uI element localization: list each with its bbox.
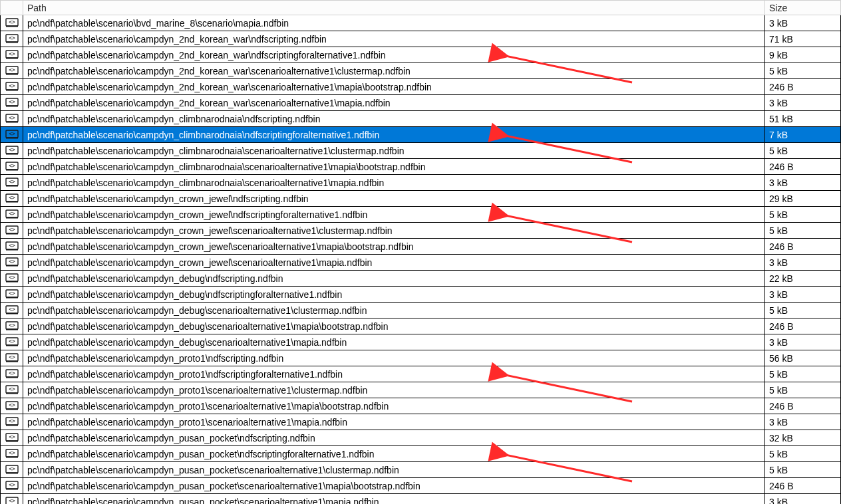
column-header-size[interactable]: Size (765, 1, 841, 15)
svg-rect-52 (6, 297, 18, 299)
svg-rect-49 (6, 281, 18, 283)
table-row[interactable]: <> pc\ndf\patchable\scenario\campdyn_2nd… (1, 95, 841, 111)
binary-file-icon: <> (5, 49, 19, 59)
table-row[interactable]: <> pc\ndf\patchable\scenario\campdyn_cli… (1, 143, 841, 159)
row-icon-cell: <> (1, 127, 23, 143)
row-icon-cell: <> (1, 111, 23, 127)
table-row[interactable]: <> pc\ndf\patchable\scenario\campdyn_deb… (1, 318, 841, 334)
table-row[interactable]: <> pc\ndf\patchable\scenario\campdyn_deb… (1, 287, 841, 303)
row-icon-cell: <> (1, 334, 23, 350)
binary-file-icon: <> (5, 256, 19, 267)
table-row[interactable]: <> pc\ndf\patchable\scenario\campdyn_2nd… (1, 31, 841, 47)
svg-rect-61 (6, 345, 18, 346)
row-path: pc\ndf\patchable\scenario\campdyn_climbn… (23, 111, 765, 127)
row-icon-cell: <> (1, 47, 23, 63)
table-row[interactable]: <> pc\ndf\patchable\scenario\campdyn_cro… (1, 255, 841, 271)
row-path: pc\ndf\patchable\scenario\campdyn_proto1… (23, 350, 765, 366)
row-path: pc\ndf\patchable\scenario\campdyn_crown_… (23, 239, 765, 255)
svg-text:<>: <> (9, 195, 15, 201)
table-row[interactable]: <> pc\ndf\patchable\scenario\campdyn_cro… (1, 207, 841, 223)
row-size: 56 kB (765, 350, 841, 366)
svg-rect-22 (6, 138, 18, 139)
table-row[interactable]: <> pc\ndf\patchable\scenario\campdyn_pro… (1, 366, 841, 382)
table-row[interactable]: <> pc\ndf\patchable\scenario\campdyn_pus… (1, 446, 841, 462)
row-icon-cell: <> (1, 31, 23, 47)
table-row[interactable]: <> pc\ndf\patchable\scenario\campdyn_pro… (1, 398, 841, 414)
table-row[interactable]: <> pc\ndf\patchable\scenario\campdyn_pus… (1, 430, 841, 446)
table-row[interactable]: <> pc\ndf\patchable\scenario\campdyn_pus… (1, 478, 841, 494)
binary-file-icon: <> (5, 463, 19, 474)
row-path: pc\ndf\patchable\scenario\campdyn_debug\… (23, 303, 765, 318)
svg-rect-79 (6, 441, 18, 442)
table-row[interactable]: <> pc\ndf\patchable\scenario\campdyn_cli… (1, 159, 841, 175)
binary-file-icon: <> (5, 352, 19, 362)
row-icon-cell: <> (1, 350, 23, 366)
row-size: 5 kB (765, 446, 841, 462)
svg-rect-37 (6, 217, 18, 219)
row-size: 246 B (765, 318, 841, 334)
table-row[interactable]: <> pc\ndf\patchable\scenario\campdyn_2nd… (1, 47, 841, 63)
svg-rect-76 (6, 425, 18, 426)
table-row[interactable]: <> pc\ndf\patchable\scenario\campdyn_cro… (1, 223, 841, 239)
column-header-icon[interactable] (1, 1, 23, 15)
svg-rect-31 (6, 186, 18, 187)
svg-text:<>: <> (9, 99, 15, 105)
table-row[interactable]: <> pc\ndf\patchable\scenario\campdyn_cli… (1, 111, 841, 127)
table-row[interactable]: <> pc\ndf\patchable\scenario\campdyn_cro… (1, 239, 841, 255)
row-icon-cell: <> (1, 398, 23, 414)
svg-text:<>: <> (9, 275, 15, 281)
row-size: 3 kB (765, 255, 841, 271)
row-icon-cell: <> (1, 15, 23, 31)
binary-file-icon: <> (5, 240, 19, 251)
row-path: pc\ndf\patchable\scenario\campdyn_proto1… (23, 366, 765, 382)
file-table[interactable]: Path Size <> pc\ndf\patchable\scenario\b… (0, 0, 841, 504)
table-row[interactable]: <> pc\ndf\patchable\scenario\campdyn_pus… (1, 494, 841, 505)
svg-text:<>: <> (9, 243, 15, 249)
row-size: 5 kB (765, 207, 841, 223)
row-icon-cell: <> (1, 63, 23, 79)
table-row[interactable]: <> pc\ndf\patchable\scenario\campdyn_2nd… (1, 79, 841, 95)
table-row[interactable]: <> pc\ndf\patchable\scenario\campdyn_pro… (1, 382, 841, 398)
svg-rect-70 (6, 393, 18, 394)
row-icon-cell: <> (1, 207, 23, 223)
table-row[interactable]: <> pc\ndf\patchable\scenario\campdyn_cli… (1, 127, 841, 143)
row-icon-cell: <> (1, 318, 23, 334)
row-size: 246 B (765, 159, 841, 175)
svg-text:<>: <> (9, 307, 15, 313)
svg-text:<>: <> (9, 498, 15, 504)
row-icon-cell: <> (1, 414, 23, 430)
row-size: 246 B (765, 79, 841, 95)
row-icon-cell: <> (1, 462, 23, 478)
row-size: 5 kB (765, 366, 841, 382)
binary-file-icon: <> (5, 144, 19, 155)
svg-rect-55 (6, 313, 18, 315)
row-path: pc\ndf\patchable\scenario\campdyn_pusan_… (23, 446, 765, 462)
table-row[interactable]: <> pc\ndf\patchable\scenario\campdyn_deb… (1, 334, 841, 350)
binary-file-icon: <> (5, 495, 19, 504)
svg-rect-16 (6, 106, 18, 107)
svg-text:<>: <> (9, 354, 15, 360)
table-row[interactable]: <> pc\ndf\patchable\scenario\campdyn_deb… (1, 303, 841, 318)
row-path: pc\ndf\patchable\scenario\campdyn_climbn… (23, 175, 765, 191)
svg-text:<>: <> (9, 35, 15, 41)
svg-rect-43 (6, 249, 18, 251)
table-row[interactable]: <> pc\ndf\patchable\scenario\campdyn_pus… (1, 462, 841, 478)
table-row[interactable]: <> pc\ndf\patchable\scenario\campdyn_cli… (1, 175, 841, 191)
svg-rect-73 (6, 409, 18, 410)
svg-text:<>: <> (9, 418, 15, 424)
row-size: 5 kB (765, 63, 841, 79)
table-row[interactable]: <> pc\ndf\patchable\scenario\campdyn_pro… (1, 350, 841, 366)
table-row[interactable]: <> pc\ndf\patchable\scenario\campdyn_deb… (1, 271, 841, 287)
table-row[interactable]: <> pc\ndf\patchable\scenario\campdyn_cro… (1, 191, 841, 207)
column-header-path[interactable]: Path (23, 1, 765, 15)
svg-text:<>: <> (9, 211, 15, 217)
table-row[interactable]: <> pc\ndf\patchable\scenario\bvd_marine_… (1, 15, 841, 31)
row-path: pc\ndf\patchable\scenario\campdyn_crown_… (23, 207, 765, 223)
row-size: 3 kB (765, 175, 841, 191)
svg-text:<>: <> (9, 163, 15, 169)
row-size: 9 kB (765, 47, 841, 63)
table-row[interactable]: <> pc\ndf\patchable\scenario\campdyn_2nd… (1, 63, 841, 79)
table-row[interactable]: <> pc\ndf\patchable\scenario\campdyn_pro… (1, 414, 841, 430)
svg-text:<>: <> (9, 147, 15, 153)
row-path: pc\ndf\patchable\scenario\campdyn_debug\… (23, 334, 765, 350)
